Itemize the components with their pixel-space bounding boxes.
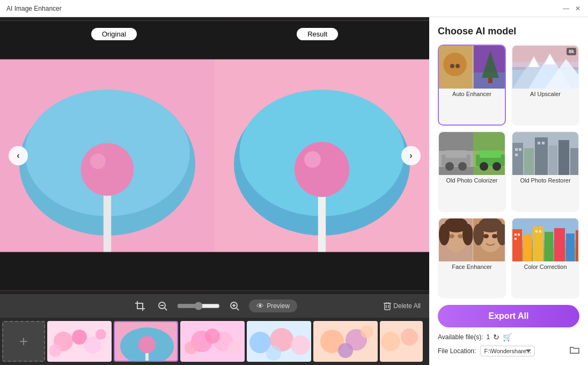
svg-rect-15 bbox=[215, 252, 429, 290]
svg-rect-7 bbox=[0, 252, 215, 290]
svg-rect-70 bbox=[488, 78, 493, 83]
image-display: Original Result ‹ › bbox=[0, 17, 429, 294]
image-panel: Original Result ‹ › bbox=[0, 17, 429, 365]
svg-rect-133 bbox=[514, 238, 517, 240]
svg-rect-124 bbox=[512, 229, 522, 261]
thumbnail-2[interactable] bbox=[114, 321, 178, 362]
svg-point-4 bbox=[81, 143, 134, 195]
svg-point-48 bbox=[291, 335, 310, 355]
delete-all-button[interactable]: Delete All bbox=[384, 302, 421, 310]
thumbnail-4[interactable] bbox=[247, 321, 311, 362]
model-grid: Auto Enhancer bbox=[438, 45, 579, 298]
next-image-button[interactable]: › bbox=[401, 146, 421, 165]
minimize-button[interactable]: — bbox=[562, 5, 570, 12]
svg-point-120 bbox=[492, 234, 497, 238]
svg-point-86 bbox=[458, 162, 467, 171]
add-image-button[interactable]: + bbox=[2, 321, 45, 362]
svg-point-12 bbox=[295, 142, 350, 197]
original-image-half bbox=[0, 17, 215, 294]
available-files-count: 1 bbox=[486, 333, 490, 341]
original-label: Original bbox=[91, 28, 137, 40]
thumbnail-5[interactable] bbox=[313, 321, 378, 362]
svg-point-33 bbox=[95, 329, 106, 340]
prev-image-button[interactable]: ‹ bbox=[9, 146, 28, 165]
model-card-auto-enhancer[interactable]: Auto Enhancer bbox=[438, 45, 506, 126]
delete-all-label: Delete All bbox=[393, 302, 421, 310]
available-files-row: Available file(s): 1 ↻ 🛒 bbox=[438, 333, 579, 341]
image-toolbar: 👁 Preview Delete All bbox=[0, 294, 429, 318]
zoom-out-button[interactable] bbox=[155, 299, 171, 313]
right-bottom: Export All Available file(s): 1 ↻ 🛒 File… bbox=[438, 298, 579, 356]
cart-icon[interactable]: 🛒 bbox=[503, 333, 512, 341]
thumbnail-strip: + bbox=[0, 318, 429, 365]
model-ai-upscaler-label: AI Upscaler bbox=[512, 89, 578, 99]
svg-point-64 bbox=[450, 64, 454, 68]
svg-point-42 bbox=[205, 328, 220, 344]
svg-rect-130 bbox=[576, 230, 578, 261]
refresh-icon[interactable]: ↻ bbox=[493, 333, 499, 341]
section-title: Choose AI model bbox=[438, 26, 579, 37]
model-color-correction-label: Color Correction bbox=[512, 261, 578, 272]
model-card-old-photo-restorer[interactable]: Old Photo Restorer bbox=[511, 131, 579, 212]
svg-rect-105 bbox=[512, 132, 578, 175]
svg-rect-127 bbox=[545, 232, 553, 261]
svg-rect-134 bbox=[535, 230, 538, 232]
thumbnail-3[interactable] bbox=[180, 321, 245, 362]
zoom-slider[interactable] bbox=[177, 302, 220, 310]
thumbnail-1[interactable] bbox=[47, 321, 112, 362]
svg-point-13 bbox=[304, 151, 321, 168]
window-controls: — ✕ bbox=[562, 5, 582, 12]
svg-rect-125 bbox=[523, 235, 532, 261]
svg-point-61 bbox=[443, 53, 467, 76]
crop-button[interactable] bbox=[132, 299, 148, 313]
svg-rect-126 bbox=[533, 227, 543, 261]
model-old-photo-colorizer-label: Old Photo Colorizer bbox=[439, 175, 505, 186]
svg-point-43 bbox=[185, 341, 197, 354]
svg-point-63 bbox=[457, 56, 464, 65]
available-files-label: Available file(s): bbox=[438, 333, 483, 341]
thumbnail-6[interactable] bbox=[380, 321, 423, 362]
svg-point-31 bbox=[72, 330, 87, 345]
svg-line-18 bbox=[165, 308, 167, 310]
main-content: Original Result ‹ › bbox=[0, 17, 588, 365]
right-panel: Choose AI model bbox=[429, 17, 588, 365]
model-face-enhancer-label: Face Enhancer bbox=[439, 261, 505, 272]
app-title: AI Image Enhancer bbox=[6, 5, 562, 12]
title-bar: AI Image Enhancer — ✕ bbox=[0, 0, 588, 17]
svg-rect-129 bbox=[566, 233, 575, 261]
svg-point-38 bbox=[138, 336, 156, 353]
model-card-face-enhancer[interactable]: Face Enhancer bbox=[438, 217, 506, 298]
add-icon: + bbox=[19, 333, 28, 350]
svg-point-111 bbox=[449, 234, 454, 238]
svg-point-91 bbox=[480, 162, 488, 171]
svg-point-5 bbox=[90, 154, 106, 169]
svg-rect-128 bbox=[554, 228, 565, 261]
preview-button[interactable]: 👁 Preview bbox=[249, 300, 297, 312]
svg-rect-23 bbox=[385, 303, 390, 310]
zoom-in-button[interactable] bbox=[226, 299, 242, 313]
close-button[interactable]: ✕ bbox=[574, 5, 582, 12]
svg-point-44 bbox=[227, 341, 240, 354]
file-location-label: File Location: bbox=[438, 347, 476, 355]
badge-8k: 8k bbox=[567, 48, 576, 55]
svg-point-53 bbox=[338, 343, 353, 358]
svg-point-65 bbox=[455, 64, 460, 68]
result-label: Result bbox=[297, 28, 338, 40]
svg-point-56 bbox=[381, 332, 400, 351]
svg-point-117 bbox=[473, 224, 484, 245]
export-all-button[interactable]: Export All bbox=[438, 305, 579, 327]
svg-rect-132 bbox=[518, 233, 520, 236]
svg-point-85 bbox=[445, 162, 454, 171]
svg-point-62 bbox=[446, 56, 453, 65]
model-card-old-photo-colorizer[interactable]: Old Photo Colorizer bbox=[438, 131, 506, 212]
svg-point-92 bbox=[493, 162, 501, 171]
open-folder-button[interactable] bbox=[570, 346, 579, 356]
svg-rect-131 bbox=[514, 233, 517, 236]
svg-rect-90 bbox=[480, 150, 501, 158]
image-compare bbox=[0, 17, 429, 294]
model-card-ai-upscaler[interactable]: 8k AI Upscaler bbox=[511, 45, 579, 126]
svg-rect-135 bbox=[539, 230, 541, 232]
file-location-select[interactable]: F:\Wondershare... bbox=[480, 346, 535, 356]
svg-point-57 bbox=[401, 328, 418, 346]
model-card-color-correction[interactable]: Color Correction bbox=[511, 217, 579, 298]
